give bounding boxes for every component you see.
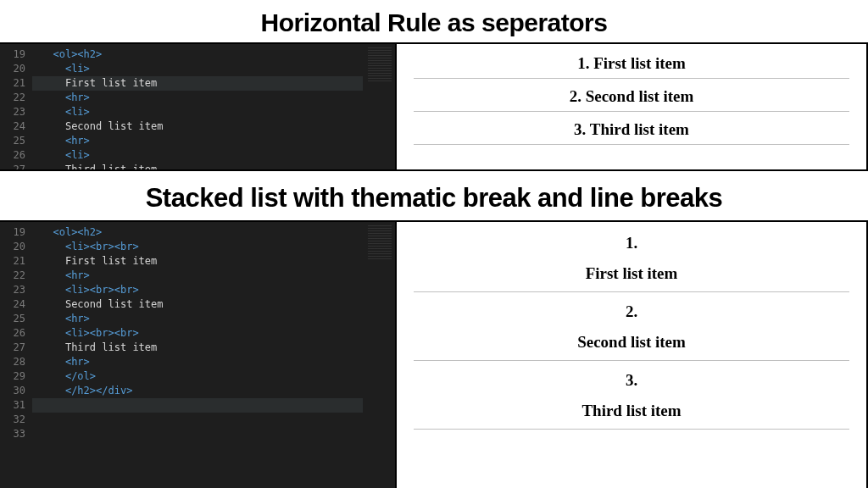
gutter-line-number: 27 — [0, 341, 25, 355]
code-token-tag: <h2> — [77, 226, 102, 238]
gutter-line-number: 33 — [0, 427, 25, 441]
list-item-number: 1. — [397, 229, 866, 252]
code-line[interactable]: First list item — [32, 76, 363, 91]
list-item-number: 3. — [397, 366, 866, 390]
code-token-tag: <hr> — [65, 313, 90, 324]
code-token-tag: <li> — [65, 284, 90, 296]
code-token-tag: <ol> — [53, 226, 77, 238]
editor-gutter: 192021222324252627282930313233 — [0, 222, 32, 488]
gutter-line-number: 30 — [0, 384, 25, 398]
gutter-line-number: 19 — [0, 47, 25, 62]
code-line[interactable]: <li><br><br> — [32, 240, 363, 254]
gutter-line-number: 23 — [0, 283, 25, 297]
example-1: 192021222324252627282930 <ol><h2> <li> F… — [0, 42, 868, 171]
code-token-text: First list item — [65, 77, 157, 89]
code-line[interactable]: <li><br><br> — [32, 283, 363, 297]
code-line[interactable]: <ol><h2> — [32, 225, 363, 240]
code-token-tag: <hr> — [65, 356, 90, 368]
code-line[interactable]: <hr> — [32, 355, 363, 369]
minimap-content — [368, 225, 392, 259]
editor-code-area[interactable]: <ol><h2> <li><br><br> First list item <h… — [32, 222, 363, 488]
code-token-tag: </ol> — [65, 370, 96, 382]
code-line[interactable]: <hr> — [32, 134, 363, 148]
gutter-line-number: 31 — [0, 398, 25, 413]
code-editor-2[interactable]: 192021222324252627282930313233 <ol><h2> … — [0, 222, 395, 488]
code-token-tag: <li> — [65, 149, 90, 161]
editor-minimap[interactable] — [363, 222, 395, 488]
code-line[interactable]: First list item — [32, 254, 363, 269]
rendered-output-2: 1.First list item2.Second list item3.Thi… — [395, 222, 866, 488]
rendered-output-1: 1. First list item2. Second list item3. … — [395, 44, 866, 169]
code-editor-1[interactable]: 192021222324252627282930 <ol><h2> <li> F… — [0, 44, 395, 169]
gutter-line-number: 29 — [0, 369, 25, 384]
gutter-line-number: 32 — [0, 413, 25, 427]
code-line[interactable]: <hr> — [32, 91, 363, 105]
minimap-content — [368, 47, 392, 81]
editor-gutter: 192021222324252627282930 — [0, 44, 32, 169]
gutter-line-number: 21 — [0, 76, 25, 91]
code-line[interactable]: </h2></div> — [32, 384, 363, 398]
code-token-tag: <li> — [65, 241, 90, 252]
gutter-line-number: 25 — [0, 134, 25, 148]
code-line[interactable]: <li> — [32, 148, 363, 163]
horizontal-rule — [414, 78, 849, 79]
horizontal-rule — [414, 291, 849, 292]
code-line[interactable] — [32, 398, 363, 413]
gutter-line-number: 20 — [0, 62, 25, 76]
code-line[interactable]: Third list item — [32, 341, 363, 355]
code-line[interactable]: <li><br><br> — [32, 326, 363, 341]
code-token-tag: <ol> — [53, 48, 77, 60]
code-line[interactable]: Second list item — [32, 119, 363, 134]
gutter-line-number: 21 — [0, 254, 25, 269]
code-line[interactable]: <li> — [32, 105, 363, 119]
code-token-text: Third list item — [65, 341, 157, 353]
gutter-line-number: 19 — [0, 225, 25, 240]
code-token-tag: <br> — [114, 327, 139, 339]
list-item-text: First list item — [397, 252, 866, 291]
editor-code-area[interactable]: <ol><h2> <li> First list item <hr> <li> … — [32, 44, 363, 169]
code-line[interactable]: <hr> — [32, 269, 363, 283]
horizontal-rule — [414, 111, 849, 112]
list-item: 2. Second list item — [397, 84, 866, 111]
gutter-line-number: 26 — [0, 148, 25, 163]
code-token-text: First list item — [65, 255, 157, 267]
code-line[interactable]: Third list item — [32, 163, 363, 169]
list-item-text: Third list item — [397, 390, 866, 429]
code-token-tag: <br> — [114, 284, 139, 296]
code-line[interactable] — [32, 413, 363, 427]
code-line[interactable]: <li> — [32, 62, 363, 76]
gutter-line-number: 22 — [0, 269, 25, 283]
code-token-tag: <li> — [65, 63, 90, 75]
code-token-text: Second list item — [65, 120, 164, 132]
page: Horizontal Rule as seperators 1920212223… — [0, 0, 868, 488]
example-2: 192021222324252627282930313233 <ol><h2> … — [0, 220, 868, 488]
gutter-line-number: 22 — [0, 91, 25, 105]
code-token-tag: <hr> — [65, 269, 90, 281]
code-line[interactable]: </ol> — [32, 369, 363, 384]
gutter-line-number: 25 — [0, 312, 25, 326]
gutter-line-number: 24 — [0, 119, 25, 134]
code-token-tag: </h2> — [65, 385, 96, 396]
list-item: 1. First list item — [397, 51, 866, 78]
code-line[interactable]: <ol><h2> — [32, 47, 363, 62]
code-token-text: Second list item — [65, 298, 164, 310]
code-token-tag: <br> — [114, 241, 139, 252]
code-token-tag: <hr> — [65, 135, 90, 147]
code-line[interactable] — [32, 427, 363, 441]
heading-hr-separators: Horizontal Rule as seperators — [0, 0, 868, 42]
list-item-number: 2. — [397, 297, 866, 321]
list-item-text: Second list item — [397, 321, 866, 360]
horizontal-rule — [414, 360, 849, 361]
editor-minimap[interactable] — [363, 44, 395, 169]
heading-stacked-list: Stacked list with thematic break and lin… — [0, 171, 868, 220]
list-item: 3. Third list item — [397, 117, 866, 144]
gutter-line-number: 27 — [0, 163, 25, 169]
code-line[interactable]: <hr> — [32, 312, 363, 326]
horizontal-rule — [414, 429, 849, 430]
code-token-tag: <li> — [65, 327, 90, 339]
code-token-tag: <br> — [90, 284, 114, 296]
gutter-line-number: 28 — [0, 355, 25, 369]
gutter-line-number: 24 — [0, 297, 25, 312]
horizontal-rule — [414, 144, 849, 145]
code-line[interactable]: Second list item — [32, 297, 363, 312]
